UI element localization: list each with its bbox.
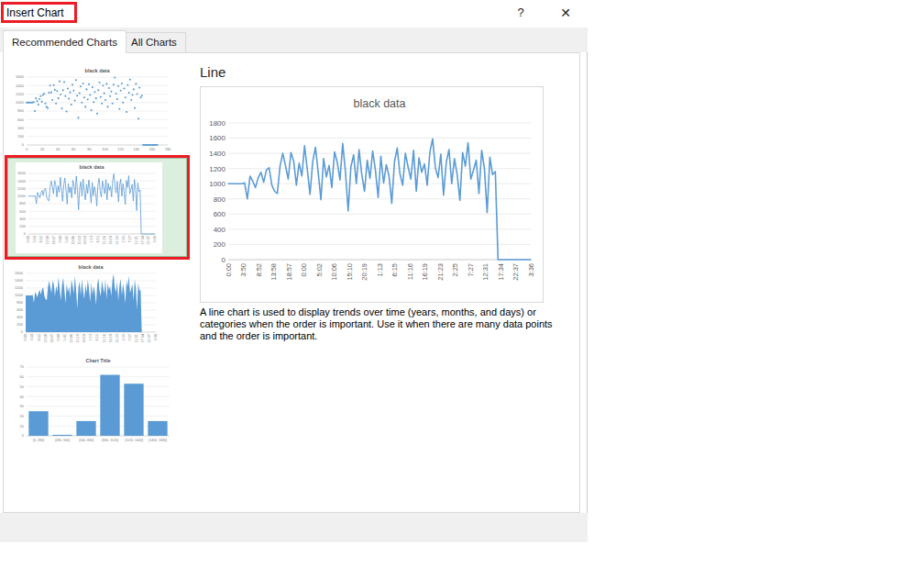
svg-text:black data: black data xyxy=(79,264,104,270)
svg-text:(840, 1120]: (840, 1120] xyxy=(102,439,118,442)
svg-text:7:27: 7:27 xyxy=(128,334,132,340)
svg-text:70: 70 xyxy=(20,364,25,369)
chart-preview: 020040060080010001200140016001800black d… xyxy=(201,87,543,302)
screen-canvas: { "window": { "title": "Insert Chart" },… xyxy=(0,0,924,578)
svg-text:3:36: 3:36 xyxy=(154,334,158,340)
svg-text:1000: 1000 xyxy=(15,293,24,297)
insert-chart-dialog: Insert Chart ? ✕ Recommended Charts All … xyxy=(0,0,588,542)
svg-text:13:58: 13:58 xyxy=(270,263,278,281)
title-annotation-box xyxy=(1,2,77,23)
svg-text:15:10: 15:10 xyxy=(346,263,354,281)
svg-text:800: 800 xyxy=(16,300,23,305)
svg-text:10:06: 10:06 xyxy=(330,263,338,281)
svg-text:1200: 1200 xyxy=(15,285,24,290)
help-icon[interactable]: ? xyxy=(506,0,535,26)
content-panel: 02004006008001000120014001600black data0… xyxy=(3,52,580,513)
svg-text:0: 0 xyxy=(22,142,25,147)
svg-text:20:19: 20:19 xyxy=(82,334,86,343)
svg-text:10: 10 xyxy=(20,424,25,428)
svg-text:17:34: 17:34 xyxy=(497,263,505,281)
svg-text:22:37: 22:37 xyxy=(512,263,520,281)
svg-text:(280, 560]: (280, 560] xyxy=(55,439,70,442)
tab-recommended-charts[interactable]: Recommended Charts xyxy=(3,30,126,53)
svg-text:6:15: 6:15 xyxy=(390,263,399,277)
close-icon[interactable]: ✕ xyxy=(548,0,583,26)
svg-text:7:27: 7:27 xyxy=(467,263,475,277)
svg-text:1800: 1800 xyxy=(209,119,226,128)
svg-text:60: 60 xyxy=(72,147,76,151)
svg-text:0: 0 xyxy=(222,256,226,264)
svg-text:2:25: 2:25 xyxy=(451,263,459,277)
svg-text:black data: black data xyxy=(354,97,406,110)
svg-text:3:36: 3:36 xyxy=(527,263,535,277)
svg-text:400: 400 xyxy=(16,315,23,319)
svg-text:5:02: 5:02 xyxy=(63,334,67,340)
svg-text:1200: 1200 xyxy=(16,92,25,96)
svg-text:2:25: 2:25 xyxy=(122,334,126,340)
tab-strip: Recommended Charts All Charts xyxy=(0,28,588,52)
svg-text:800: 800 xyxy=(214,195,226,204)
chart-thumbnail-area[interactable]: 02004006008001000120014001600black data0… xyxy=(13,262,178,351)
svg-text:6:15: 6:15 xyxy=(95,334,99,340)
svg-text:21:23: 21:23 xyxy=(436,263,445,281)
chart-description: A line chart is used to display trends o… xyxy=(200,306,566,342)
svg-text:800: 800 xyxy=(17,108,24,113)
svg-text:50: 50 xyxy=(20,384,25,389)
svg-text:60: 60 xyxy=(20,374,25,379)
chart-thumbnail-histogram[interactable]: 010203040506070Chart Title[0, 280](280, … xyxy=(13,356,178,447)
svg-text:0:00: 0:00 xyxy=(24,334,28,340)
svg-text:1400: 1400 xyxy=(209,150,226,158)
svg-text:600: 600 xyxy=(214,210,226,218)
svg-text:22:37: 22:37 xyxy=(148,334,151,343)
svg-text:18:57: 18:57 xyxy=(50,334,54,343)
svg-text:400: 400 xyxy=(214,226,226,234)
svg-text:13:58: 13:58 xyxy=(44,334,48,343)
svg-text:20:19: 20:19 xyxy=(360,263,368,281)
svg-text:200: 200 xyxy=(17,134,24,139)
svg-text:black data: black data xyxy=(85,68,111,73)
preview-heading: Line xyxy=(200,64,226,80)
chart-thumbnail-scatter[interactable]: 02004006008001000120014001600black data0… xyxy=(13,66,178,155)
svg-text:[0, 280]: [0, 280] xyxy=(33,439,44,442)
svg-text:40: 40 xyxy=(56,147,60,151)
svg-text:17:34: 17:34 xyxy=(141,334,145,343)
svg-text:0: 0 xyxy=(26,147,28,151)
svg-text:40: 40 xyxy=(20,395,25,399)
selected-thumbnail-annotation-box xyxy=(5,155,190,260)
svg-text:0:00: 0:00 xyxy=(57,334,60,340)
svg-text:1200: 1200 xyxy=(209,165,226,173)
thumb_scatter-svg: 02004006008001000120014001600black data0… xyxy=(13,66,178,155)
tab-all-charts[interactable]: All Charts xyxy=(122,32,186,52)
chart-preview-box: 020040060080010001200140016001800black d… xyxy=(200,86,544,303)
svg-text:1600: 1600 xyxy=(15,271,24,275)
svg-text:20: 20 xyxy=(20,414,25,418)
main_line-svg: 020040060080010001200140016001800black d… xyxy=(201,87,543,302)
svg-text:12:31: 12:31 xyxy=(135,334,138,343)
svg-text:8:52: 8:52 xyxy=(255,263,263,277)
svg-text:(1400, 1680]: (1400, 1680] xyxy=(148,439,167,442)
svg-text:11:16: 11:16 xyxy=(103,334,106,342)
svg-text:600: 600 xyxy=(17,117,24,122)
svg-text:3:50: 3:50 xyxy=(30,334,34,340)
svg-text:Chart Title: Chart Title xyxy=(85,358,110,363)
svg-text:200: 200 xyxy=(16,322,23,327)
svg-text:(1120, 1400]: (1120, 1400] xyxy=(125,439,143,442)
svg-text:8:52: 8:52 xyxy=(38,334,41,340)
title-bar: Insert Chart ? ✕ xyxy=(0,0,588,28)
svg-text:30: 30 xyxy=(20,404,25,408)
svg-text:16:19: 16:19 xyxy=(421,263,429,281)
footer-bar: OK Cancel xyxy=(0,513,588,542)
svg-text:0:00: 0:00 xyxy=(300,263,308,277)
svg-text:10:06: 10:06 xyxy=(70,334,73,343)
thumb_hist-svg: 010203040506070Chart Title[0, 280](280, … xyxy=(13,356,178,447)
svg-text:160: 160 xyxy=(149,147,156,151)
svg-text:1400: 1400 xyxy=(16,83,25,88)
svg-text:1600: 1600 xyxy=(16,74,25,79)
svg-text:16:19: 16:19 xyxy=(109,334,113,343)
svg-text:1600: 1600 xyxy=(209,134,226,142)
svg-text:18:57: 18:57 xyxy=(285,263,293,281)
svg-text:(560, 840]: (560, 840] xyxy=(79,439,94,442)
svg-text:80: 80 xyxy=(87,147,92,151)
svg-text:600: 600 xyxy=(16,307,23,312)
svg-text:1:13: 1:13 xyxy=(89,334,93,340)
